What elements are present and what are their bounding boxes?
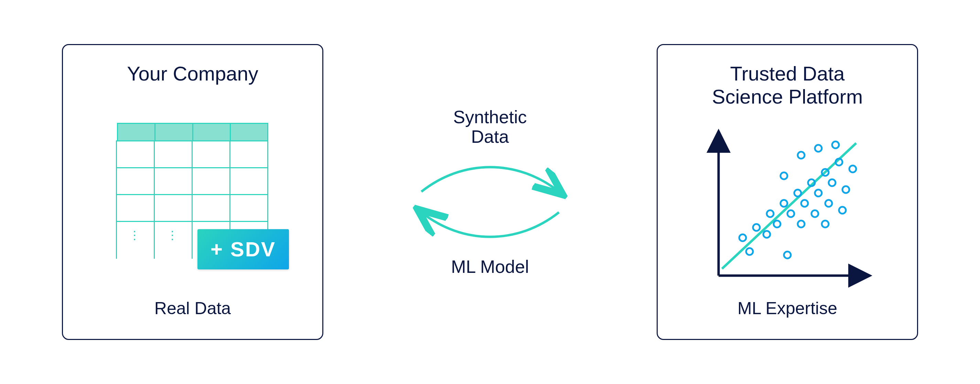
arrow-top-label: SyntheticData xyxy=(453,107,527,147)
svg-point-15 xyxy=(798,221,805,228)
svg-point-27 xyxy=(815,145,822,152)
svg-point-14 xyxy=(801,200,808,207)
diagram-canvas: Your Company ⋮⋮⋮ xyxy=(0,0,980,384)
svg-point-11 xyxy=(788,210,794,217)
svg-point-17 xyxy=(815,190,822,196)
svg-point-28 xyxy=(832,142,839,148)
data-table-icon: ⋮⋮⋮⋮ + SDV xyxy=(117,123,268,268)
svg-point-10 xyxy=(794,190,801,196)
svg-point-4 xyxy=(753,224,760,231)
right-panel-title: Trusted DataScience Platform xyxy=(712,62,863,108)
svg-point-12 xyxy=(784,252,791,258)
svg-point-24 xyxy=(842,186,849,193)
svg-point-18 xyxy=(811,210,818,217)
svg-point-29 xyxy=(781,172,788,179)
right-panel-graphic xyxy=(682,118,893,295)
cycle-arrows-icon xyxy=(401,154,580,250)
left-panel-caption: Real Data xyxy=(154,298,231,318)
sdv-badge: + SDV xyxy=(197,229,289,269)
svg-point-7 xyxy=(763,231,770,238)
middle-section: SyntheticData ML Model xyxy=(323,107,657,277)
svg-point-25 xyxy=(839,207,846,214)
right-panel: Trusted DataScience Platform xyxy=(657,44,918,340)
svg-point-20 xyxy=(829,179,835,186)
arrow-bottom-label: ML Model xyxy=(451,257,529,277)
svg-point-21 xyxy=(825,200,832,207)
svg-point-23 xyxy=(849,166,856,172)
left-panel: Your Company ⋮⋮⋮ xyxy=(62,44,323,340)
svg-point-9 xyxy=(773,221,781,228)
svg-point-22 xyxy=(822,221,829,228)
left-panel-graphic: ⋮⋮⋮⋮ + SDV xyxy=(87,96,298,295)
svg-point-3 xyxy=(739,234,746,241)
svg-point-5 xyxy=(746,248,753,255)
right-panel-caption: ML Expertise xyxy=(738,298,837,318)
scatter-plot-icon xyxy=(698,124,877,289)
svg-point-8 xyxy=(781,200,788,207)
svg-point-6 xyxy=(767,210,773,217)
left-panel-title: Your Company xyxy=(127,62,258,85)
svg-point-26 xyxy=(798,152,805,159)
